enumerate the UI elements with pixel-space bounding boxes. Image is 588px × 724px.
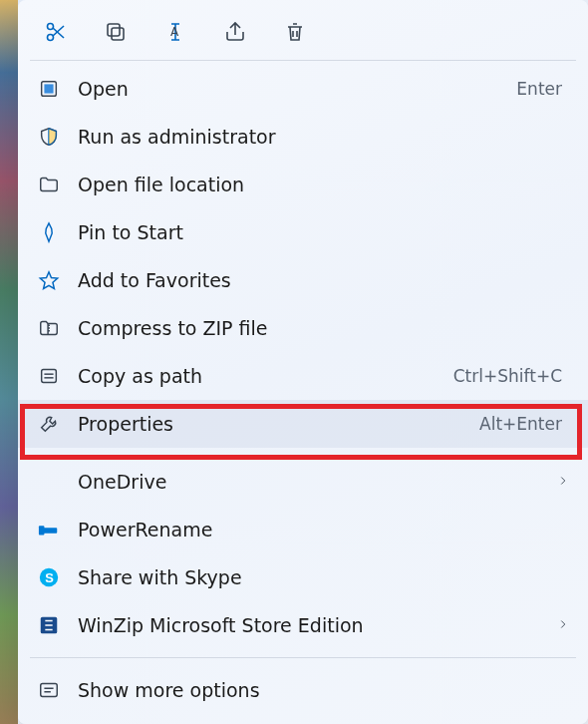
- menu-item-show-more[interactable]: Show more options: [18, 666, 588, 714]
- menu-label: PowerRename: [78, 519, 570, 541]
- delete-button[interactable]: [281, 18, 309, 46]
- menu-item-open-location[interactable]: Open file location: [18, 161, 588, 208]
- menu-item-onedrive[interactable]: OneDrive: [18, 458, 588, 506]
- share-icon: [223, 20, 247, 44]
- share-button[interactable]: [221, 18, 249, 46]
- folder-icon: [36, 172, 62, 197]
- chevron-right-icon: [556, 473, 570, 492]
- menu-item-powerrename[interactable]: PowerRename: [18, 506, 588, 553]
- menu-label: Open file location: [78, 174, 570, 195]
- menu-label: OneDrive: [78, 471, 548, 493]
- menu-item-pin-start[interactable]: Pin to Start: [18, 208, 588, 256]
- svg-line-3: [53, 26, 64, 36]
- skype-icon: S: [36, 564, 62, 590]
- chevron-right-icon: [556, 616, 570, 635]
- svg-rect-5: [108, 24, 120, 36]
- menu-label: Open: [78, 78, 516, 100]
- svg-rect-13: [39, 526, 45, 535]
- menu-shortcut: Enter: [516, 79, 562, 99]
- quick-actions-toolbar: A: [18, 0, 588, 60]
- menu-label: Copy as path: [78, 365, 453, 387]
- svg-text:A: A: [170, 25, 179, 39]
- menu-label: Pin to Start: [78, 221, 570, 243]
- open-icon: [36, 76, 62, 102]
- wrench-icon: [36, 411, 62, 437]
- menu-item-compress-zip[interactable]: Compress to ZIP file: [18, 304, 588, 352]
- menu-shortcut: Ctrl+Shift+C: [453, 366, 562, 386]
- copy-icon: [104, 20, 128, 44]
- menu-label: Compress to ZIP file: [78, 317, 570, 339]
- svg-rect-9: [42, 370, 57, 383]
- rename-button[interactable]: A: [161, 18, 189, 46]
- svg-rect-8: [44, 84, 53, 93]
- cut-button[interactable]: [42, 18, 70, 46]
- pin-icon: [36, 219, 62, 245]
- zip-icon: [36, 315, 62, 341]
- menu-item-run-admin[interactable]: Run as administrator: [18, 113, 588, 161]
- menu-shortcut: Alt+Enter: [479, 414, 562, 434]
- menu-label: Show more options: [78, 679, 570, 701]
- svg-text:S: S: [45, 570, 54, 585]
- menu-item-add-favorites[interactable]: Add to Favorites: [18, 256, 588, 304]
- svg-line-2: [53, 28, 64, 38]
- menu-item-properties[interactable]: Properties Alt+Enter: [18, 400, 588, 448]
- menu-item-open[interactable]: Open Enter: [18, 65, 588, 113]
- menu-item-copy-path[interactable]: Copy as path Ctrl+Shift+C: [18, 352, 588, 400]
- menu-item-winzip[interactable]: WinZip Microsoft Store Edition: [18, 601, 588, 649]
- scissors-icon: [44, 20, 68, 44]
- divider: [30, 657, 576, 658]
- trash-icon: [283, 20, 307, 44]
- menu-label: Properties: [78, 413, 479, 435]
- powerrename-icon: [36, 517, 62, 543]
- copy-path-icon: [36, 363, 62, 389]
- more-icon: [36, 677, 62, 703]
- rename-icon: A: [163, 20, 187, 44]
- star-icon: [36, 267, 62, 293]
- menu-label: Run as administrator: [78, 126, 570, 148]
- menu-label: WinZip Microsoft Store Edition: [78, 614, 548, 636]
- desktop-background-strip: [0, 0, 18, 724]
- menu-item-skype[interactable]: S Share with Skype: [18, 553, 588, 601]
- context-menu: A Open Enter Run as a: [18, 0, 588, 724]
- winzip-icon: [36, 612, 62, 638]
- svg-rect-17: [41, 684, 58, 697]
- copy-button[interactable]: [102, 18, 130, 46]
- menu-list: Open Enter Run as administrator Open fil…: [18, 61, 588, 718]
- shield-icon: [36, 124, 62, 150]
- svg-rect-4: [112, 28, 124, 40]
- onedrive-icon: [36, 469, 62, 495]
- menu-label: Share with Skype: [78, 566, 570, 588]
- menu-label: Add to Favorites: [78, 269, 570, 291]
